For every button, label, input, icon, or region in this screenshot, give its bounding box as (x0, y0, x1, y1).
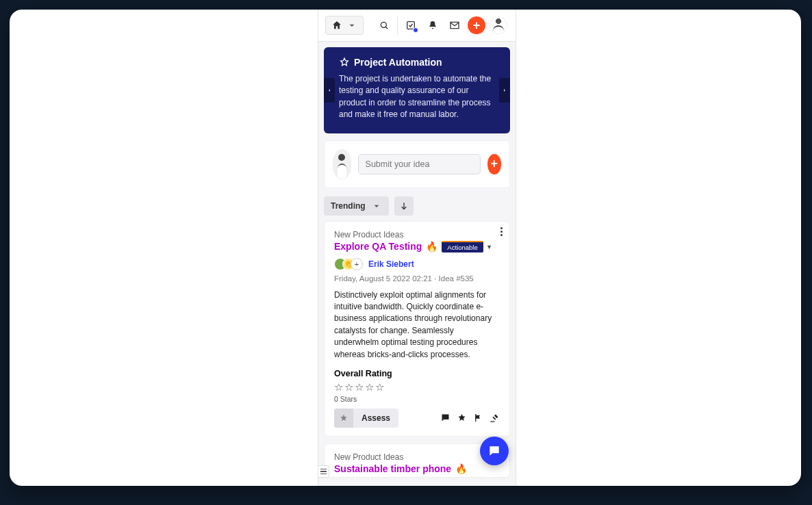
search-icon (379, 20, 390, 31)
arrow-down-icon (398, 200, 409, 211)
sort-direction-button[interactable] (394, 196, 414, 216)
rating-stars[interactable]: ☆☆☆☆☆ (334, 381, 500, 393)
hero-description: The project is undertaken to automate th… (339, 73, 495, 121)
author-link[interactable]: Erik Siebert (368, 259, 414, 269)
flag-icon[interactable] (472, 413, 483, 424)
plus-icon: + (468, 16, 485, 34)
idea-meta: Friday, August 5 2022 02:21 · Idea #535 (334, 274, 500, 283)
reactions-cluster[interactable]: 👏 + (334, 258, 363, 270)
user-avatar (490, 16, 507, 34)
idea-category: New Product Ideas (334, 230, 500, 239)
app-viewport: + Project Automation The project is unde… (318, 10, 516, 486)
sort-label: Trending (331, 201, 366, 211)
submit-idea-button[interactable]: + (487, 154, 501, 174)
caret-down-icon (371, 200, 382, 211)
chat-fab[interactable] (480, 437, 509, 465)
caret-down-icon (346, 20, 357, 31)
bell-icon (427, 20, 438, 31)
profile-menu[interactable] (488, 15, 509, 36)
submit-idea-input[interactable] (358, 154, 481, 174)
star-icon[interactable] (456, 413, 467, 424)
comment-icon[interactable] (440, 413, 451, 424)
create-button[interactable]: + (466, 15, 487, 36)
hero-prev-button[interactable] (324, 78, 335, 103)
idea-body: Distinctively exploit optimal alignments… (334, 289, 500, 361)
submit-idea-card: + (324, 140, 510, 188)
top-nav: + (318, 10, 516, 42)
svg-point-0 (381, 22, 386, 27)
status-caret-icon[interactable]: ▾ (487, 243, 491, 250)
gavel-icon[interactable] (489, 413, 500, 424)
notification-dot (413, 27, 418, 33)
chat-icon (487, 444, 501, 458)
drawer-toggle[interactable] (318, 465, 329, 478)
idea-category: New Product Ideas (334, 452, 500, 462)
device-frame: + Project Automation The project is unde… (10, 10, 801, 486)
rating-value: 0 Stars (334, 395, 500, 403)
mail-icon (449, 20, 460, 31)
card-menu-button[interactable] (500, 227, 503, 236)
add-reaction-button[interactable]: + (351, 258, 363, 270)
project-hero-card: Project Automation The project is undert… (324, 47, 510, 133)
filter-bar: Trending (318, 194, 516, 221)
messages-button[interactable] (444, 15, 465, 36)
assess-label: Assess (353, 413, 398, 423)
star-outline-icon (339, 57, 350, 68)
notifications-button[interactable] (422, 15, 443, 36)
search-button[interactable] (374, 15, 394, 36)
idea-card: New Product Ideas Explore QA Testing 🔥 A… (324, 221, 510, 437)
fire-icon: 🔥 (426, 241, 437, 252)
hero-title: Project Automation (354, 57, 442, 68)
tasks-button[interactable] (401, 15, 421, 36)
idea-title-link[interactable]: Explore QA Testing (334, 241, 422, 252)
rating-heading: Overall Rating (334, 369, 500, 378)
hero-next-button[interactable] (499, 78, 510, 103)
home-dropdown[interactable] (325, 16, 364, 35)
current-user-avatar (333, 149, 351, 179)
star-filled-icon (334, 409, 353, 428)
fire-icon: 🔥 (455, 463, 467, 474)
home-icon (331, 20, 342, 31)
svg-line-1 (385, 27, 388, 29)
idea-title-link[interactable]: Sustainable timber phone (334, 463, 451, 474)
status-pill[interactable]: Actionable (442, 241, 483, 252)
sort-dropdown[interactable]: Trending (324, 196, 389, 216)
assess-button[interactable]: Assess (334, 409, 398, 428)
